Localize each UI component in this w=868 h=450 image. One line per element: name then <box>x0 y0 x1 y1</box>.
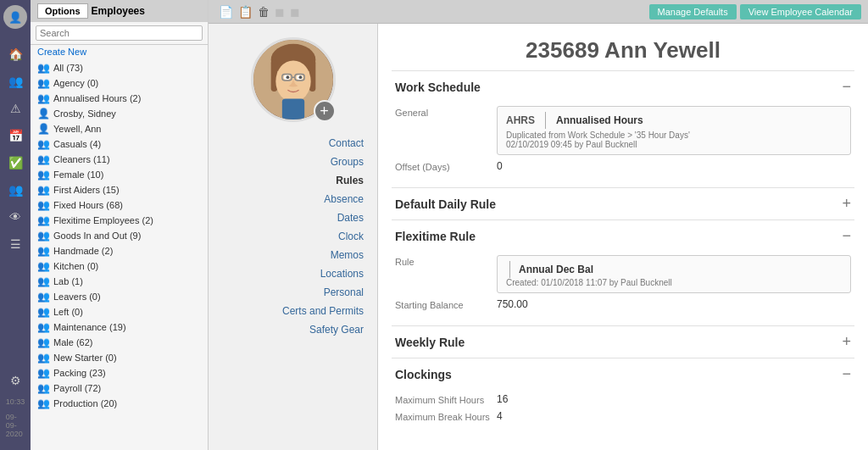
nav-link-groups[interactable]: Groups <box>331 154 364 169</box>
flexitime-rule-section: Flexitime Rule − Rule Annual Dec Bal <box>392 219 854 325</box>
list-icon[interactable]: ☰ <box>3 232 27 256</box>
sidebar-item[interactable]: 👤Yewell, Ann <box>31 121 208 136</box>
sidebar-item[interactable]: 👥Leavers (0) <box>31 289 208 304</box>
work-schedule-header[interactable]: Work Schedule − <box>392 71 854 103</box>
sidebar-item[interactable]: 👥Packing (23) <box>31 365 208 381</box>
tasks-icon[interactable]: ✅ <box>3 151 27 175</box>
view-icon[interactable]: 👁 <box>3 205 27 229</box>
max-shift-label: Maximum Shift Hours <box>395 393 497 405</box>
default-daily-rule-toggle[interactable]: + <box>842 195 851 213</box>
toolbar-icons: 📄 📋 🗑 ◼ ◼ <box>219 5 300 19</box>
nav-link-clock[interactable]: Clock <box>338 229 364 244</box>
sidebar-item[interactable]: 👥Lab (1) <box>31 274 208 289</box>
search-input[interactable] <box>36 25 203 41</box>
options-tab[interactable]: Options <box>37 3 88 19</box>
rule-field-row: Rule Annual Dec Bal Created: 01/10/2018 … <box>395 255 851 293</box>
icon-bar: 👤 🏠 👥 ⚠ 📅 ✅ 👥 👁 ☰ ⚙ 10:33 09-09-2020 <box>0 0 31 450</box>
offset-value: 0 <box>497 160 851 172</box>
schedule-detail: Duplicated from Work Schedule > '35 Hour… <box>506 131 842 140</box>
settings-icon[interactable]: ⚙ <box>3 369 27 392</box>
default-daily-rule-header[interactable]: Default Daily Rule + <box>392 188 854 219</box>
general-label: General <box>395 106 497 118</box>
nav-link-safety-gear[interactable]: Safety Gear <box>309 322 364 337</box>
sidebar-item[interactable]: 👥Casuals (4) <box>31 136 208 152</box>
sidebar-item[interactable]: 👥Flexitime Employees (2) <box>31 213 208 228</box>
starting-balance-value: 750.00 <box>497 298 851 310</box>
employees-icon[interactable]: 👥 <box>3 69 27 93</box>
sidebar-item[interactable]: 👥All (73) <box>31 60 208 75</box>
nav-link-contact[interactable]: Contact <box>329 136 364 151</box>
schedule-card: AHRS Annualised Hours Duplicated from Wo… <box>497 106 851 155</box>
timestamp: 10:33 <box>0 396 31 408</box>
delete-doc-icon[interactable]: 🗑 <box>258 5 270 19</box>
flexitime-rule-toggle[interactable]: − <box>842 227 851 245</box>
sidebar-item[interactable]: 👥Cleaners (11) <box>31 152 208 167</box>
sidebar-item[interactable]: 👥Handmade (2) <box>31 243 208 258</box>
sidebar-item[interactable]: 👥Production (20) <box>31 396 208 411</box>
home-icon[interactable]: 🏠 <box>3 42 27 66</box>
sidebar-item[interactable]: 👥Goods In and Out (9) <box>31 228 208 243</box>
add-photo-button[interactable]: + <box>314 100 336 122</box>
rule-value: Annual Dec Bal Created: 01/10/2018 11:07… <box>497 255 851 293</box>
create-new-link[interactable]: Create New <box>31 45 208 58</box>
sidebar-item[interactable]: 👥Left (0) <box>31 304 208 319</box>
sidebar-item[interactable]: 👥Payroll (72) <box>31 381 208 396</box>
nav-link-personal[interactable]: Personal <box>324 285 364 300</box>
disabled-icon-2: ◼ <box>290 5 300 19</box>
detail-panel: 235689 Ann Yewell Work Schedule − Genera… <box>378 24 868 450</box>
weekly-rule-toggle[interactable]: + <box>842 333 851 351</box>
avatar-wrap: + <box>251 37 336 122</box>
sidebar-item[interactable]: 👥Kitchen (0) <box>31 258 208 274</box>
sidebar-item[interactable]: 👥Male (62) <box>31 335 208 350</box>
profile-nav: + ContactGroupsRulesAbsenceDatesClockMem… <box>209 24 378 450</box>
groups-icon[interactable]: 👥 <box>3 178 27 202</box>
offset-field-row: Offset (Days) 0 <box>395 160 851 172</box>
sidebar-item[interactable]: 👥Maintenance (19) <box>31 319 208 335</box>
sidebar-item[interactable]: 👥Annualised Hours (2) <box>31 91 208 106</box>
schedule-name: Annualised Hours <box>556 114 643 126</box>
svg-point-8 <box>298 75 302 79</box>
nav-link-certs-and-permits[interactable]: Certs and Permits <box>282 303 364 319</box>
nav-link-dates[interactable]: Dates <box>337 210 364 225</box>
user-avatar[interactable]: 👤 <box>3 5 27 29</box>
sidebar-item[interactable]: 👥First Aiders (15) <box>31 182 208 197</box>
view-calendar-button[interactable]: View Employee Calendar <box>740 4 861 19</box>
offset-label: Offset (Days) <box>395 160 497 172</box>
clockings-content: Maximum Shift Hours 16 Maximum Break Hou… <box>392 390 854 437</box>
svg-rect-3 <box>309 60 315 92</box>
nav-link-locations[interactable]: Locations <box>320 266 364 281</box>
svg-point-7 <box>286 75 289 79</box>
max-break-row: Maximum Break Hours 4 <box>395 410 851 422</box>
max-shift-row: Maximum Shift Hours 16 <box>395 393 851 405</box>
flexitime-rule-header[interactable]: Flexitime Rule − <box>392 220 854 252</box>
sidebar-item[interactable]: 👤Crosby, Sidney <box>31 106 208 121</box>
top-bar: 📄 📋 🗑 ◼ ◼ Manage Defaults View Employee … <box>209 0 868 24</box>
starting-balance-label: Starting Balance <box>395 298 497 310</box>
clockings-toggle[interactable]: − <box>842 365 851 383</box>
sidebar-item[interactable]: 👥Female (10) <box>31 167 208 182</box>
work-schedule-title: Work Schedule <box>395 81 481 94</box>
sidebar-item[interactable]: 👥New Starter (0) <box>31 350 208 365</box>
alerts-icon[interactable]: ⚠ <box>3 97 27 120</box>
sidebar-item[interactable]: 👥Fixed Hours (68) <box>31 197 208 213</box>
main-area: 📄 📋 🗑 ◼ ◼ Manage Defaults View Employee … <box>209 0 868 450</box>
disabled-icon-1: ◼ <box>275 5 285 19</box>
work-schedule-section: Work Schedule − General AHRS Annualised … <box>392 70 854 187</box>
clockings-header[interactable]: Clockings − <box>392 358 854 390</box>
schedule-code: AHRS <box>506 114 535 126</box>
nav-link-memos[interactable]: Memos <box>331 247 364 263</box>
work-schedule-toggle[interactable]: − <box>842 78 851 96</box>
manage-defaults-button[interactable]: Manage Defaults <box>649 4 737 19</box>
nav-link-rules[interactable]: Rules <box>336 173 364 188</box>
copy-doc-icon[interactable]: 📋 <box>238 5 253 19</box>
content-area: + ContactGroupsRulesAbsenceDatesClockMem… <box>209 24 868 450</box>
calendar-icon[interactable]: 📅 <box>3 124 27 147</box>
max-break-label: Maximum Break Hours <box>395 410 497 422</box>
new-doc-icon[interactable]: 📄 <box>219 5 233 19</box>
sidebar-item[interactable]: 👥Agency (0) <box>31 75 208 91</box>
max-break-value: 4 <box>497 410 851 422</box>
weekly-rule-header[interactable]: Weekly Rule + <box>392 326 854 358</box>
nav-link-absence[interactable]: Absence <box>324 192 364 207</box>
work-schedule-content: General AHRS Annualised Hours Duplicated… <box>392 103 854 187</box>
rule-card: Annual Dec Bal Created: 01/10/2018 11:07… <box>497 255 851 293</box>
